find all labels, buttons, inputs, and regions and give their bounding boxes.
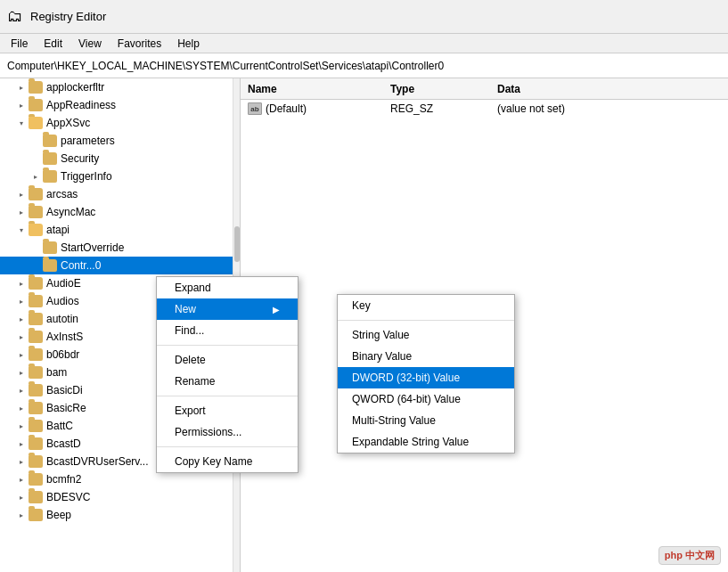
ctx-item-export[interactable]: Export [157,400,298,421]
menu-bar: FileEditViewFavoritesHelp [0,34,728,53]
folder-icon-asyncmac [29,206,43,218]
col-type-header: Type [383,83,490,95]
folder-icon-bdesvc [29,491,43,503]
submenu-item-stringvalue[interactable]: String Value [338,324,514,346]
submenu[interactable]: KeyString ValueBinary ValueDWORD (32-bit… [337,294,515,454]
tree-label-asyncmac: AsyncMac [46,206,95,218]
tree-item-beep[interactable]: Beep [0,506,240,524]
ctx-item-find[interactable]: Find... [157,320,298,341]
tree-label-bcmfn2: bcmfn2 [46,473,81,486]
tree-arrow-bcmfn2[interactable] [14,472,29,486]
tree-label-b06bdr: b06bdr [46,348,79,361]
tree-item-appxsvc[interactable]: AppXSvc [0,114,240,132]
tree-arrow-audioe[interactable] [14,276,29,290]
menu-item-favorites[interactable]: Favorites [110,36,168,52]
tree-label-bam: bam [46,366,67,379]
folder-icon-axinsts [29,331,43,343]
folder-icon-controller0 [43,259,57,272]
ctx-item-permissions[interactable]: Permissions... [157,421,298,443]
submenu-item-dwordvalue[interactable]: DWORD (32-bit) Value [338,367,514,388]
tree-label-beep: Beep [46,509,71,521]
tree-arrow-b06bdr[interactable] [14,347,29,362]
tree-item-startoverride[interactable]: StartOverride [0,239,240,257]
tree-arrow-bdesvc[interactable] [14,490,29,504]
tree-arrow-appreadiness[interactable] [14,98,29,112]
cell-name: ab(Default) [241,102,383,115]
ctx-item-copykeyname[interactable]: Copy Key Name [157,451,298,472]
tree-item-applockerflt[interactable]: applockerfltr [0,78,240,96]
menu-item-help[interactable]: Help [170,36,207,52]
tree-arrow-asyncmac[interactable] [14,205,29,219]
tree-arrow-audios[interactable] [14,294,29,308]
submenu-item-expandablestringvalue[interactable]: Expandable String Value [338,431,514,453]
menu-item-edit[interactable]: Edit [37,36,70,52]
folder-icon-bam [29,366,43,379]
tree-item-controller0[interactable]: Contr...0 [0,257,240,274]
tree-item-atapi[interactable]: atapi [0,221,240,239]
tree-arrow-autotin[interactable] [14,312,29,326]
tree-arrow-arcsas[interactable] [14,187,29,201]
right-row[interactable]: ab(Default)REG_SZ(value not set) [241,100,728,118]
ctx-item-delete[interactable]: Delete [157,349,298,371]
submenu-item-multistringvalue[interactable]: Multi-String Value [338,410,514,431]
tree-label-applockerflt: applockerfltr [46,81,104,94]
tree-arrow-beep[interactable] [14,508,29,522]
submenu-item-key[interactable]: Key [338,295,514,316]
tree-item-asyncmac[interactable]: AsyncMac [0,203,240,221]
tree-label-basicre: BasicRe [46,402,86,414]
tree-arrow-bam[interactable] [14,365,29,380]
tree-label-appxsvc: AppXSvc [46,117,90,129]
tree-arrow-bcastd[interactable] [14,437,29,451]
folder-icon-audioe [29,277,43,290]
tree-arrow-axinsts[interactable] [14,330,29,344]
app-icon: 🗂 [7,7,23,26]
ctx-item-expand[interactable]: Expand [157,277,298,298]
tree-label-audios: Audios [46,295,79,307]
folder-icon-triggerinfo [43,170,57,183]
submenu-arrow-icon: ▶ [273,305,280,315]
tree-arrow-battc[interactable] [14,419,29,433]
tree-label-arcsas: arcsas [46,188,78,200]
folder-icon-battc [29,420,43,432]
tree-label-startoverride: StartOverride [61,241,124,254]
folder-icon-bcastd [29,437,43,450]
tree-item-bdesvc[interactable]: BDESVC [0,488,240,506]
ctx-label-find: Find... [175,324,204,337]
tree-label-bcastdvr: BcastDVRUserServ... [46,455,148,468]
tree-arrow-atapi[interactable] [14,223,29,237]
tree-scroll-thumb[interactable] [234,226,240,262]
watermark-text: php 中文网 [665,550,715,560]
tree-arrow-bcastdvr[interactable] [14,454,29,469]
submenu-item-qwordvalue[interactable]: QWORD (64-bit) Value [338,388,514,410]
context-menu[interactable]: ExpandNew▶Find...DeleteRenameExportPermi… [156,276,299,473]
ctx-item-rename[interactable]: Rename [157,371,298,392]
right-pane-header: Name Type Data [241,78,728,100]
tree-item-triggerinfo[interactable]: TriggerInfo [0,168,240,185]
tree-item-parameters[interactable]: parameters [0,132,240,150]
ctx-label-rename: Rename [175,375,215,388]
tree-item-appreadiness[interactable]: AppReadiness [0,96,240,114]
submenu-item-binaryvalue[interactable]: Binary Value [338,346,514,367]
menu-item-view[interactable]: View [71,36,109,52]
folder-icon-appreadiness [29,99,43,111]
tree-item-security[interactable]: Security [0,150,240,168]
tree-arrow-basicdi[interactable] [14,383,29,397]
folder-icon-beep [29,509,43,521]
tree-item-arcsas[interactable]: arcsas [0,185,240,203]
watermark: php 中文网 [658,546,721,565]
submenu-divider [338,320,514,321]
ctx-item-new[interactable]: New▶ [157,298,298,320]
tree-label-autotin: autotin [46,313,78,325]
folder-icon-startoverride [43,241,57,254]
tree-arrow-appxsvc[interactable] [14,116,29,130]
tree-item-bcmfn2[interactable]: bcmfn2 [0,470,240,488]
menu-item-file[interactable]: File [4,36,35,52]
folder-icon-basicdi [29,384,43,396]
tree-arrow-triggerinfo[interactable] [29,169,43,184]
tree-label-basicdi: BasicDi [46,384,83,396]
folder-icon-appxsvc [29,117,43,129]
menu-divider [157,345,298,346]
tree-arrow-basicre[interactable] [14,401,29,415]
tree-arrow-applockerflt[interactable] [14,80,29,94]
folder-icon-basicre [29,402,43,414]
